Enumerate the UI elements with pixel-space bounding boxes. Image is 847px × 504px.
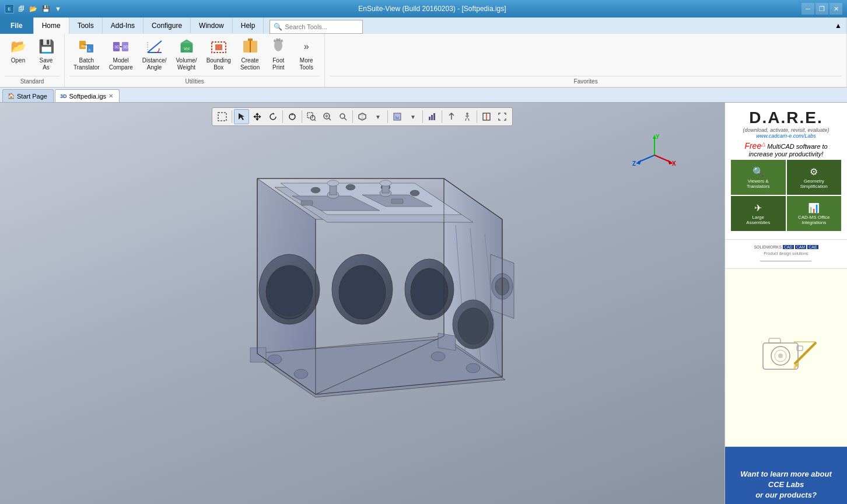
volume-weight-button[interactable]: Vol Volume/Weight	[172, 35, 201, 74]
batch-translator-button[interactable]: ABC あ BatchTranslator	[69, 35, 104, 74]
vt-select[interactable]	[234, 109, 249, 124]
vt-sep-5	[387, 110, 388, 123]
dare-free-icon: Free	[744, 141, 761, 150]
bounding-box-label: BoundingBox	[206, 57, 231, 71]
vt-view-dropdown[interactable]: ▼	[370, 109, 386, 124]
create-section-label: CreateSection	[240, 57, 260, 71]
vt-sep-4	[352, 110, 353, 123]
viewport-3d[interactable]: ▼ ▼	[0, 103, 724, 504]
model-compare-label: ModelCompare	[109, 57, 133, 71]
ribbon-search-box[interactable]: 🔍	[270, 20, 363, 34]
title-bar-left: E 🗐 📂 💾 ▼	[5, 4, 63, 14]
model-compare-button[interactable]: 3D 3D ModelCompare	[105, 35, 137, 74]
svg-rect-35	[431, 115, 433, 120]
bounding-box-button[interactable]: BoundingBox	[202, 35, 235, 74]
qa-save[interactable]: 💾	[40, 4, 52, 14]
vt-render[interactable]	[390, 109, 405, 124]
svg-text:あ: あ	[88, 48, 91, 51]
svg-text:3D: 3D	[114, 45, 120, 49]
tab-window[interactable]: Window	[191, 18, 233, 34]
quick-access-toolbar: 🗐 📂 💾 ▼	[16, 4, 63, 14]
tab-tools[interactable]: Tools	[69, 18, 103, 34]
svg-point-62	[311, 187, 320, 193]
solidworks-content: SOLIDWORKS CAD CAM CAE Product design so…	[754, 245, 818, 264]
dare-url[interactable]: www.cadcam-e.com/Labs	[731, 133, 841, 139]
tab-addins[interactable]: Add-Ins	[103, 18, 144, 34]
qa-dropdown[interactable]: ▼	[53, 4, 63, 14]
softpedia-label: Softpedia.igs	[69, 93, 107, 100]
vt-zoom-all[interactable]	[320, 109, 335, 124]
svg-point-55	[266, 265, 313, 319]
vt-select-all[interactable]	[215, 109, 230, 124]
svg-text:ABC: ABC	[81, 44, 88, 48]
tab-softpedia[interactable]: 3D Softpedia.igs ✕	[55, 89, 120, 102]
vt-zoom-box[interactable]	[304, 109, 319, 124]
start-page-icon: 🏠	[8, 93, 15, 99]
utilities-buttons: ABC あ BatchTranslator 3D 3D	[69, 34, 320, 74]
create-section-button[interactable]: CreateSection	[236, 35, 264, 74]
vt-move[interactable]	[250, 109, 265, 124]
save-icon: 💾	[37, 37, 55, 56]
dare-cell-viewers[interactable]: 🔍 Viewers &Translators	[731, 160, 786, 195]
tab-file[interactable]: File	[0, 18, 34, 34]
svg-marker-47	[636, 160, 641, 164]
dare-cell-assemblies[interactable]: ✈ LargeAssemblies	[731, 196, 786, 231]
qa-new[interactable]: 🗐	[16, 4, 26, 14]
dare-cell-integrations[interactable]: 📊 CAD-MS OfficeIntegrations	[787, 196, 842, 231]
distance-angle-button[interactable]: Distance/Angle	[138, 35, 171, 74]
foot-print-icon	[269, 37, 288, 56]
tab-help[interactable]: Help	[233, 18, 264, 34]
svg-text:Z: Z	[632, 160, 636, 167]
model-compare-icon: 3D 3D	[111, 37, 130, 56]
vt-view-cube[interactable]	[355, 109, 370, 124]
vt-person[interactable]	[460, 109, 475, 124]
restore-button[interactable]: ❐	[816, 3, 828, 15]
close-button[interactable]: ✕	[830, 3, 842, 15]
vt-zoom-fit[interactable]	[335, 109, 351, 124]
vt-rotate[interactable]	[265, 109, 281, 124]
minimize-button[interactable]: ─	[802, 3, 814, 15]
search-input[interactable]	[285, 23, 359, 30]
integrations-icon: 📊	[808, 202, 820, 214]
softpedia-close-button[interactable]: ✕	[108, 93, 113, 99]
more-tools-button[interactable]: » MoreTools	[293, 35, 320, 74]
geometry-icon: ⚙	[810, 166, 818, 177]
foot-print-button[interactable]: FootPrint	[265, 35, 292, 74]
svg-point-21	[281, 40, 283, 43]
ribbon: File Home Tools Add-Ins Configure Window…	[0, 18, 847, 88]
axis-indicator: Y X Z	[631, 132, 678, 178]
tab-configure[interactable]: Configure	[144, 18, 191, 34]
vt-up[interactable]	[444, 109, 459, 124]
volume-weight-label: Volume/Weight	[176, 57, 197, 71]
svg-point-84	[466, 363, 480, 373]
camera-ad	[725, 269, 847, 447]
tab-home[interactable]: Home	[34, 18, 69, 34]
qa-open[interactable]: 📂	[27, 4, 39, 14]
vt-stats[interactable]	[425, 109, 440, 124]
camera-drawing	[751, 331, 821, 384]
save-as-button[interactable]: 💾 SaveAs	[33, 35, 60, 74]
vt-section[interactable]	[479, 109, 494, 124]
ribbon-group-favorites: Favorites	[325, 34, 847, 87]
cce-ad[interactable]: Want to learn more aboutCCE Labsor our p…	[725, 447, 847, 504]
ribbon-tab-bar: File Home Tools Add-Ins Configure Window…	[0, 18, 847, 34]
svg-point-73	[380, 180, 391, 186]
vt-sep-2	[282, 110, 283, 123]
open-button[interactable]: 📂 Open	[5, 35, 32, 66]
ribbon-expand[interactable]: ▲	[830, 18, 847, 34]
vt-fullscreen[interactable]	[495, 109, 510, 124]
dare-ad: D.A.R.E. (download, activate, revisit, e…	[725, 103, 847, 240]
cce-text: Want to learn more aboutCCE Labsor our p…	[740, 469, 832, 501]
svg-rect-92	[301, 201, 313, 205]
right-panel: D.A.R.E. (download, activate, revisit, e…	[724, 103, 847, 504]
tab-start-page[interactable]: 🏠 Start Page	[2, 89, 54, 102]
dare-title: D.A.R.E.	[731, 108, 841, 127]
vt-spin[interactable]	[285, 109, 300, 124]
search-icon: 🔍	[274, 23, 282, 31]
svg-point-97	[778, 354, 783, 358]
title-bar: E 🗐 📂 💾 ▼ EnSuite-View (Build 20160203) …	[0, 0, 847, 18]
dare-cell-geometry[interactable]: ⚙ GeometrySimplification	[787, 160, 842, 195]
volume-weight-icon: Vol	[177, 37, 196, 56]
vt-render-dropdown[interactable]: ▼	[405, 109, 421, 124]
standard-group-label: Standard	[5, 76, 60, 87]
